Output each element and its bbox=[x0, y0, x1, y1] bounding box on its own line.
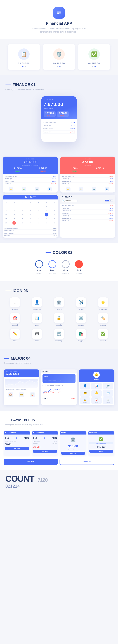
sp-row-red-2-name: Creative Studios bbox=[62, 180, 71, 182]
cal-item-3: New Goal -1,317.00 bbox=[4, 234, 56, 237]
sp-icon-btn-red-0[interactable]: 💳 bbox=[66, 187, 71, 192]
cards-total1: £1,670 bbox=[42, 397, 47, 399]
cta-btn-payment[interactable]: PAYMENT bbox=[60, 459, 114, 465]
phone-screen-title: FINANCE bbox=[44, 99, 53, 100]
cal-d-1-3[interactable]: 6 bbox=[29, 209, 32, 212]
cal-d-1-6[interactable]: 9 bbox=[53, 209, 56, 212]
payment-section-label: PAYMENT 05 bbox=[4, 418, 114, 422]
cal-d-2-1[interactable]: 11 bbox=[12, 213, 16, 216]
cal-d-4-1[interactable]: 25 bbox=[12, 221, 16, 225]
personal-icon-2[interactable]: ⚙️ Settings bbox=[103, 383, 113, 390]
act-search-box[interactable]: 🔍 bbox=[62, 199, 78, 202]
icon-box-game[interactable]: 🎮 bbox=[32, 329, 42, 339]
personal-icon-4[interactable]: 🔔 Alerts bbox=[91, 390, 102, 396]
icon-box-collection[interactable]: ⭐ bbox=[98, 298, 108, 308]
icon-box-security[interactable]: 🔒 bbox=[54, 313, 64, 323]
personal-icon-3[interactable]: 💳 Cards bbox=[80, 390, 91, 396]
count-section: COUNT 7120 821214 bbox=[0, 470, 118, 492]
cal-d-0-5[interactable]: 1 bbox=[45, 205, 48, 208]
cal-grid: S M T W T F S 1 2 3 bbox=[3, 200, 58, 226]
icon-box-integral[interactable]: 🎯 bbox=[10, 313, 20, 323]
cal-d-0-2[interactable] bbox=[20, 205, 24, 208]
cal-d-4-0[interactable]: 24 bbox=[4, 221, 8, 225]
cal-d-3-1[interactable]: 18 bbox=[12, 217, 16, 220]
cal-d-2-2[interactable]: 12 bbox=[20, 213, 24, 216]
cal-d-3-0[interactable]: 17 bbox=[4, 217, 8, 220]
personal-icon-0[interactable]: 👤 Profile bbox=[80, 383, 91, 390]
personal-icon-6[interactable]: 🔒 Security bbox=[80, 397, 91, 404]
icon-box-deposits[interactable]: 🏦 bbox=[54, 298, 64, 308]
cal-d-1-2[interactable]: 5 bbox=[20, 209, 24, 212]
cal-d-0-3[interactable] bbox=[29, 205, 32, 208]
personal-icon-label-5: Mail bbox=[103, 394, 113, 396]
cal-d-2-5[interactable]: 15 bbox=[45, 213, 48, 216]
personal-icon-1[interactable]: 📊 Stats bbox=[91, 383, 102, 390]
ms-icon-card[interactable]: 💳 bbox=[19, 392, 24, 397]
cal-d-1-4[interactable]: 7 bbox=[37, 209, 40, 212]
act-toggle-out[interactable]: OUT bbox=[109, 200, 113, 202]
icon-box-correct[interactable]: ✅ bbox=[98, 329, 108, 339]
cal-d-3-6[interactable]: 23 bbox=[53, 217, 56, 220]
cal-d-4-5[interactable]: 29 bbox=[45, 221, 48, 225]
cal-d-4-2[interactable]: 26 bbox=[20, 221, 24, 225]
icon-box-transfer[interactable]: ↕️ bbox=[10, 298, 20, 308]
icon-box-loan[interactable]: 📊 bbox=[32, 313, 42, 323]
color-swatch-red: Red #FF5042 bbox=[75, 260, 83, 274]
cal-d-2-3[interactable]: 13 bbox=[29, 213, 32, 216]
cal-d-1-0[interactable]: 3 bbox=[4, 209, 8, 212]
icon-box-draw[interactable]: ✏️ bbox=[10, 329, 20, 339]
cal-d-0-6[interactable]: 2 bbox=[53, 205, 56, 208]
cal-d-2-4[interactable]: 14 bbox=[37, 213, 40, 216]
major-screens-grid: SPEND COUNT 1206-1214 LAST WEEK CONSUMPT… bbox=[4, 370, 114, 405]
personal-icon-5[interactable]: 📧 Mail bbox=[103, 390, 113, 396]
sp-icon-btn-2[interactable]: ⚙️ bbox=[35, 187, 39, 192]
pc-btn-2[interactable]: CONFIRM bbox=[61, 452, 85, 455]
sp-icon-btn-0[interactable]: 💳 bbox=[9, 187, 13, 192]
icon-box-settings[interactable]: ⚙️ bbox=[76, 313, 86, 323]
ms-header-cards: MY CARDS bbox=[41, 370, 77, 373]
sp-balance-blue: 7,973.00 bbox=[5, 160, 56, 164]
sp-icon-btn-red-3[interactable]: 👤 bbox=[105, 187, 109, 192]
cal-d-4-3[interactable]: 27 bbox=[29, 221, 32, 225]
act-toggle-all[interactable]: ALL bbox=[105, 200, 109, 202]
phone-stat-expense-value: 3,747.32 bbox=[59, 112, 67, 114]
pc-btn-0[interactable]: BUY NOW bbox=[5, 447, 29, 450]
sp-icon-btn-3[interactable]: 👤 bbox=[47, 187, 52, 192]
personal-icon-label-7: Growth bbox=[92, 402, 101, 403]
ms-icon-home[interactable]: 🏠 bbox=[8, 392, 13, 397]
cal-d-2-0[interactable]: 10 bbox=[4, 213, 8, 216]
icon-box-shopping[interactable]: 🛍️ bbox=[76, 329, 86, 339]
personal-icon-8[interactable]: 📋 Reports bbox=[103, 397, 113, 404]
pc-btn-3[interactable]: DONE bbox=[89, 450, 113, 453]
icon-box-myaccount[interactable]: 👤 bbox=[32, 298, 42, 308]
personal-icon-7[interactable]: 📈 Growth bbox=[91, 397, 102, 404]
major-screen-spend: SPEND COUNT 1206-1214 LAST WEEK CONSUMPT… bbox=[4, 370, 39, 405]
icon-box-tickets[interactable]: ✈️ bbox=[76, 298, 86, 308]
cal-d-3-4[interactable]: 21 bbox=[37, 217, 40, 220]
sp-icon-btn-red-1[interactable]: 📊 bbox=[79, 187, 83, 192]
cal-d-0-4[interactable] bbox=[37, 205, 40, 208]
act-search-input[interactable] bbox=[66, 200, 76, 202]
cal-d-1-1[interactable]: 4 bbox=[12, 209, 16, 212]
flight-info-1: L.A ✈ JHB bbox=[33, 436, 57, 440]
cal-d-0-0[interactable] bbox=[4, 205, 8, 208]
pc-btn-1[interactable]: BUY NOW bbox=[33, 450, 57, 453]
cal-d-3-5[interactable]: 22 bbox=[45, 217, 48, 220]
cta-btn-major[interactable]: MAJOR bbox=[4, 459, 58, 465]
cal-d-4-4[interactable]: 28 bbox=[37, 221, 40, 225]
ms-icon-chart[interactable]: 📊 bbox=[30, 392, 35, 397]
cal-d-2-6[interactable]: 16 bbox=[53, 213, 56, 216]
sp-icon-btn-red-2[interactable]: ⚙️ bbox=[92, 187, 96, 192]
cal-d-3-3[interactable]: 20 bbox=[29, 217, 32, 220]
icon-box-discount[interactable]: 🏷️ bbox=[98, 313, 108, 323]
icon-item-transfer: ↕️ Transfer bbox=[5, 298, 25, 310]
sp-icon-btn-1[interactable]: 📊 bbox=[22, 187, 26, 192]
cal-d-3-2[interactable]: 19 bbox=[20, 217, 24, 220]
cal-d-0-1[interactable] bbox=[12, 205, 16, 208]
sp-stat-blue-0: 1,173.54 +$2.30 bbox=[14, 167, 22, 172]
sp-row-red-0: Blue Matt Stores, Inc. -$21.30 bbox=[62, 175, 113, 178]
cal-d-4-6[interactable]: 30 bbox=[53, 221, 56, 225]
icon-box-exchange[interactable]: 🔄 bbox=[54, 329, 64, 339]
cal-d-1-5[interactable]: 8 bbox=[45, 209, 48, 212]
sp-stat-red-1-val: 4,700.10 bbox=[96, 167, 104, 169]
